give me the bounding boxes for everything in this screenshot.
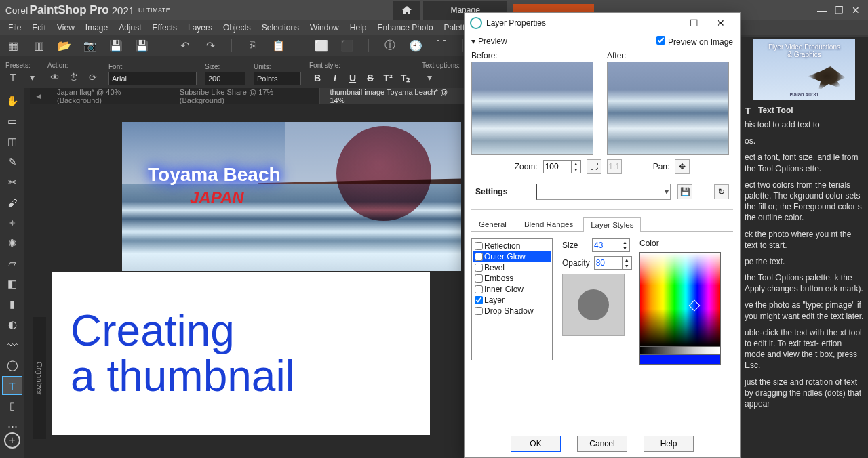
help-button[interactable]: Help — [644, 436, 694, 452]
vector-tool-icon[interactable]: ▯ — [3, 397, 22, 415]
clock-icon[interactable]: 🕘 — [408, 38, 423, 53]
presets-dropdown-icon[interactable]: ▾ — [24, 70, 39, 84]
menu-file[interactable]: File — [3, 22, 26, 34]
styles-list[interactable]: ReflectionOuter GlowBevelEmbossInner Glo… — [471, 238, 553, 360]
new-icon[interactable]: ▦ — [5, 38, 20, 53]
doc-tab-1[interactable]: Japan flag* @ 40% (Background) — [47, 88, 170, 104]
eye-icon[interactable]: 👁 — [47, 70, 62, 84]
zoom-spinner[interactable]: ▲▼ — [543, 160, 581, 173]
style-size-spinner[interactable]: ▲▼ — [592, 238, 630, 252]
text-tool-indicator[interactable]: T — [5, 70, 20, 84]
lighten-tool-icon[interactable]: ◐ — [3, 316, 22, 333]
copy-icon[interactable]: ⎘ — [245, 38, 260, 53]
style-check[interactable] — [475, 296, 483, 304]
font-field[interactable]: Arial — [108, 72, 197, 85]
doc-tab-3[interactable]: thumbnail image Toyama beach* @ 14% — [320, 88, 465, 104]
pan-button[interactable]: ✥ — [675, 159, 690, 174]
italic-button[interactable]: I — [327, 70, 343, 85]
reset-settings-icon[interactable]: ↻ — [714, 184, 729, 199]
fill-tool-icon[interactable]: ◧ — [3, 275, 22, 293]
size-field[interactable]: 200 — [205, 72, 245, 85]
style-item-drop-shadow[interactable]: Drop Shadow — [473, 306, 551, 316]
style-item-reflection[interactable]: Reflection — [473, 241, 551, 251]
style-check[interactable] — [475, 285, 483, 293]
saveas-icon[interactable]: 💾 — [134, 38, 149, 53]
underline-button[interactable]: U — [344, 70, 361, 85]
tab-blend[interactable]: Blend Ranges — [517, 217, 580, 231]
zoom-input[interactable] — [543, 160, 572, 173]
preview-on-image-check[interactable]: Preview on Image — [656, 36, 733, 47]
open-icon[interactable]: 📂 — [57, 38, 72, 53]
dialog-titlebar[interactable]: Layer Properties — ☐ ✕ — [465, 13, 740, 33]
preview-toggle[interactable]: ▾ Preview — [471, 37, 507, 46]
bold-button[interactable]: B — [309, 70, 326, 85]
pan-tool-icon[interactable]: ✋ — [3, 92, 22, 110]
zoom-100-icon[interactable]: 1:1 — [607, 159, 622, 174]
subscript-button[interactable]: T₂ — [397, 70, 414, 85]
new2-icon[interactable]: ▥ — [31, 38, 46, 53]
eraser-tool-icon[interactable]: ▱ — [3, 255, 22, 272]
canvas[interactable]: Toyama Beach JAPAN — [122, 122, 461, 271]
paste-icon[interactable]: 📋 — [271, 38, 286, 53]
zoom-fit-icon[interactable]: ⛶ — [587, 159, 601, 174]
save-settings-icon[interactable]: 💾 — [677, 184, 692, 199]
window-close-icon[interactable]: ✕ — [852, 5, 860, 16]
textopts-dropdown-icon[interactable]: ▾ — [422, 70, 437, 84]
style-item-emboss[interactable]: Emboss — [473, 273, 551, 284]
menu-adjust[interactable]: Adjust — [113, 22, 146, 34]
style-item-inner-glow[interactable]: Inner Glow — [473, 284, 551, 295]
pick-tool-icon[interactable]: ▭ — [3, 112, 22, 130]
zoom2-icon[interactable]: ⬛ — [340, 38, 355, 53]
dialog-min-icon[interactable]: — — [653, 18, 680, 28]
menu-selections[interactable]: Selections — [256, 22, 304, 34]
brush-tool-icon[interactable]: 🖌 — [3, 194, 22, 211]
style-check[interactable] — [475, 274, 483, 283]
style-size-input[interactable] — [592, 238, 620, 252]
smudge-tool-icon[interactable]: 〰 — [3, 336, 22, 354]
strike-button[interactable]: S — [362, 70, 378, 85]
dropper-tool-icon[interactable]: ✎ — [3, 153, 22, 171]
tab-layerstyles[interactable]: Layer Styles — [583, 217, 641, 232]
doc-tab-2[interactable]: Subsribe Like Share @ 17% (Background) — [170, 88, 321, 104]
gradient-tool-icon[interactable]: ▮ — [3, 295, 22, 313]
shape-tool-icon[interactable]: ◯ — [3, 356, 22, 374]
menu-view[interactable]: View — [52, 22, 80, 34]
add-button[interactable]: + — [4, 432, 20, 449]
style-opacity-input[interactable] — [594, 256, 623, 270]
menu-layers[interactable]: Layers — [182, 22, 218, 34]
info-icon[interactable]: ⓘ — [382, 38, 397, 53]
save-icon[interactable]: 💾 — [108, 38, 123, 53]
menu-image[interactable]: Image — [80, 22, 113, 34]
gray-ramp[interactable] — [639, 347, 721, 355]
style-check[interactable] — [475, 253, 483, 261]
style-check[interactable] — [475, 307, 483, 315]
color-picker[interactable] — [639, 252, 721, 347]
style-opacity-spinner[interactable]: ▲▼ — [594, 256, 632, 270]
retouch-tool-icon[interactable]: ✺ — [3, 234, 22, 252]
resize-icon[interactable]: ⛶ — [434, 38, 449, 53]
style-item-outer-glow[interactable]: Outer Glow — [473, 251, 551, 262]
tab-scroll-left[interactable]: ◄ — [30, 91, 47, 101]
window-min-icon[interactable]: — — [817, 5, 827, 16]
refresh-icon[interactable]: ⟳ — [85, 70, 100, 84]
organizer-tab[interactable]: Organizer — [33, 317, 46, 439]
stopwatch-icon[interactable]: ⏱ — [66, 70, 81, 84]
selection-tool-icon[interactable]: ◫ — [3, 133, 22, 150]
text-tool-icon[interactable]: T — [3, 377, 22, 394]
style-item-layer[interactable]: Layer — [473, 295, 551, 306]
units-field[interactable]: Points — [254, 72, 301, 85]
menu-objects[interactable]: Objects — [218, 22, 256, 34]
tab-general[interactable]: General — [471, 217, 514, 231]
menu-window[interactable]: Window — [304, 22, 344, 34]
dialog-close-icon[interactable]: ✕ — [707, 18, 734, 28]
clone-tool-icon[interactable]: ⌖ — [3, 214, 22, 232]
current-color-swatch[interactable] — [639, 355, 721, 365]
menu-effects[interactable]: Effects — [147, 22, 182, 34]
menu-enhance[interactable]: Enhance Photo — [372, 22, 438, 34]
dialog-max-icon[interactable]: ☐ — [680, 18, 707, 28]
cancel-button[interactable]: Cancel — [577, 436, 627, 452]
style-check[interactable] — [475, 264, 483, 272]
zoom1-icon[interactable]: ⬜ — [314, 38, 329, 53]
menu-edit[interactable]: Edit — [26, 22, 52, 34]
undo-icon[interactable]: ↶ — [177, 38, 192, 53]
